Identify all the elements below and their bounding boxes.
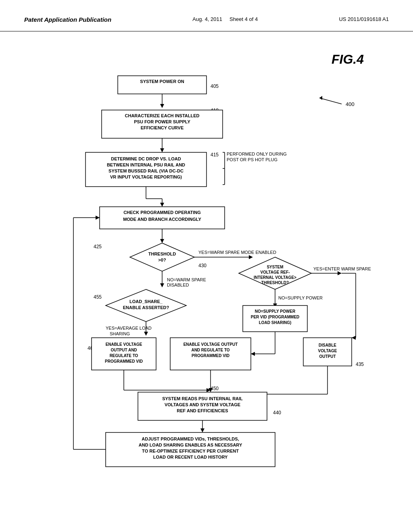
page: Patent Application Publication Aug. 4, 2… [0,0,413,532]
node-425-line2: >0? [158,258,166,262]
node-430-line1: SYSTEM [267,265,283,269]
note-415-line1: PERFORMED ONLY DURING [227,152,287,156]
svg-marker-25 [144,332,148,336]
node-430-yes-label: YES=ENTER WARM SPARE [313,266,371,271]
node-420-line2: MODE AND BRANCH ACCORDINGLY [123,217,201,222]
header-sheet: Sheet 4 of 4 [229,16,258,22]
node-460-left-line4: PROGRAMMED VID [105,359,143,364]
node-425-diamond [130,243,194,271]
header-date-sheet: Aug. 4, 2011 Sheet 4 of 4 [192,16,258,22]
header-date: Aug. 4, 2011 [192,16,222,22]
node-410-line2: PSU FOR POWER SUPPLY [134,119,190,124]
svg-marker-3 [160,104,164,108]
node-430-number: 430 [198,263,206,268]
diagram-number-label: 400 [346,101,355,107]
svg-marker-33 [251,352,255,356]
node-405-box [118,76,206,94]
fig-label: FIG.4 [332,52,364,66]
node-445-line2: AND LOAD SHARING ENABLES AS NECESSARY [139,443,242,447]
node-435-number: 435 [356,362,364,367]
svg-marker-19 [338,271,342,275]
node-410-line1: CHARACTERIZE EACH INSTALLED [125,113,200,118]
node-430-line2: VOLTAGE REF- [261,270,290,274]
node-430-line4: THRESHOLD? [261,281,289,285]
node-405-label: SYSTEM POWER ON [140,79,184,84]
node-450-line1: SYSTEM READS PSU INTERNAL RAIL [162,396,243,401]
svg-marker-15 [160,239,164,243]
node-425-no-label-line1: NO=WARM SPARE [167,277,206,282]
note-415-line2: POST OR PS HOT PLUG [227,157,277,162]
node-no-supply-line2: PER VID (PROGRAMMED [251,315,300,319]
node-460-left-line2: OUTPUT AND [111,348,137,352]
node-435-line3: OUTPUT [319,354,336,359]
svg-line-0 [319,98,342,104]
node-430-line3: INTERNAL VOLTAGE> [254,275,296,280]
node-425-number: 425 [94,244,102,249]
node-460-mid-line2: AND REGULATE TO [191,348,229,352]
node-no-supply-line3: LOAD SHARING) [259,320,292,325]
svg-marker-46 [352,336,356,340]
node-435-line2: VOLTAGE [318,349,337,353]
node-445-line3: TO RE-OPTIMIZE EFFICIENCY PER CURRENT [142,449,239,453]
node-425-no-label-line2: DISABLED [167,283,189,287]
node-460-mid-line3: PROGRAMMED VID [192,353,229,358]
node-415-number: 415 [211,152,219,158]
node-415-line2: BETWEEN INTERNAL PSU RAIL AND [107,162,185,167]
svg-marker-42 [96,216,100,220]
node-430-no-label-line1: NO=SUPPLY POWER [278,295,323,300]
svg-marker-13 [160,203,164,207]
svg-marker-38 [200,428,204,432]
node-445-line4: LOAD OR RECENT LOAD HISTORY [153,455,228,459]
node-415-line4: VR INPUT VOLTAGE REPORTING) [110,175,182,179]
node-450-line3: REF AND EFFICIENCIES [177,408,228,413]
header-patent-number: US 2011/0191618 A1 [339,16,389,22]
node-455-line1: LOAD_SHARE_ [129,299,163,304]
svg-marker-5 [160,148,164,152]
node-460-left-line3: REGULATE TO [110,353,138,358]
node-405-number: 405 [211,83,219,89]
diagram-area: FIG.4 400 SYSTEM POWER ON 405 410 CHARAC… [0,35,413,523]
node-435-line1: DISABLE [319,343,336,347]
node-415-line1: DETERMINE DC DROP VS. LOAD [111,156,181,161]
node-460-mid-line1: ENABLE VOLTAGE OUTPUT [184,342,238,347]
header-publication-label: Patent Application Publication [24,16,111,23]
node-425-line1: THRESHOLD [148,251,176,256]
node-460-left-line1: ENABLE VOLTAGE [106,342,142,347]
node-450-line2: VOLTAGES AND SYSTEM VOLTAGE [165,402,240,407]
svg-marker-17 [249,255,253,259]
node-no-supply-line1: NO=SUPPLY POWER [255,309,296,314]
node-455-yes-line2: SHARING [110,331,130,336]
node-410-line3: EFFICIENCY CURVE [141,125,184,130]
flowchart-svg: FIG.4 400 SYSTEM POWER ON 405 410 CHARAC… [25,44,388,515]
node-440-number: 440 [273,410,281,416]
node-455-number: 455 [94,294,102,300]
page-header: Patent Application Publication Aug. 4, 2… [0,0,413,31]
node-455-yes-line1: YES=AVERAGE LOAD [106,326,152,330]
node-455-line2: ENABLE ASSERTED? [123,305,169,310]
svg-marker-23 [160,283,164,287]
node-420-line1: CHECK PROGRAMMED OPERATING [123,210,201,215]
node-415-line3: SYSTEM BUSSED RAIL (VIA DC-DC [108,168,184,173]
svg-marker-1 [319,96,322,100]
node-425-yes-label: YES=WARM SPARE MODE ENABLED [198,250,276,255]
node-445-line1: ADJUST PROGRAMMED VIDs, THRESHOLDS, [142,436,239,441]
